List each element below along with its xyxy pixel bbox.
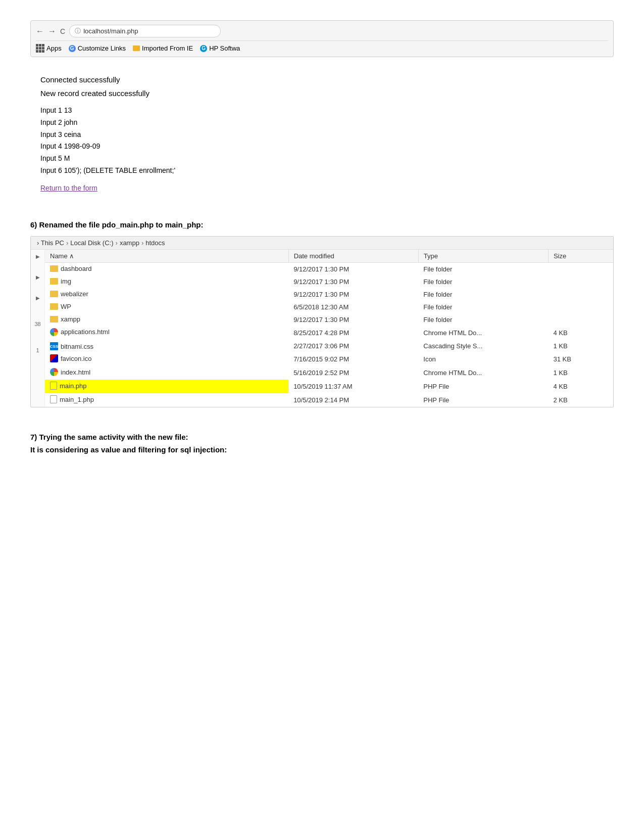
- file-size-7: 31 KB: [548, 352, 613, 366]
- side-number-1: 1: [36, 347, 39, 353]
- apps-label: Apps: [46, 44, 62, 52]
- file-size-9: 4 KB: [548, 380, 613, 393]
- file-size-4: [548, 313, 613, 326]
- file-name-8[interactable]: index.html: [45, 366, 288, 380]
- browser-content: Connected successfully New record create…: [30, 67, 614, 200]
- back-button[interactable]: ←: [36, 27, 44, 36]
- section-7-title: 7) Trying the same activity with the new…: [30, 433, 614, 441]
- file-size-8: 1 KB: [548, 366, 613, 380]
- expand-arrow-3[interactable]: ▶: [36, 295, 40, 301]
- input-line-5: Input 5 M: [40, 153, 604, 165]
- file-name-1[interactable]: img: [45, 275, 288, 288]
- file-date-9: 10/5/2019 11:37 AM: [288, 380, 418, 393]
- file-size-1: [548, 275, 613, 288]
- forward-button[interactable]: →: [48, 27, 56, 36]
- customize-label: Customize Links: [78, 44, 126, 52]
- file-type-1: File folder: [418, 275, 548, 288]
- col-header-name[interactable]: Name ∧: [45, 250, 288, 263]
- expand-arrow-1[interactable]: ▶: [36, 254, 40, 259]
- input-line-4: Input 4 1998-09-09: [40, 141, 604, 153]
- col-header-date[interactable]: Date modified: [288, 250, 418, 263]
- file-icon-2: webalizer: [50, 290, 88, 298]
- file-icon-1: img: [50, 277, 71, 285]
- bookmark-imported[interactable]: Imported From IE: [133, 44, 193, 52]
- expand-arrow-2[interactable]: ▶: [36, 274, 40, 280]
- file-icon-0: dashboard: [50, 265, 91, 272]
- section-6-title: 6) Renamed the file pdo_main.php to main…: [30, 220, 614, 229]
- file-name-6[interactable]: CSS bitnami.css: [45, 340, 288, 353]
- hp-icon: G: [200, 45, 207, 52]
- section-7: 7) Trying the same activity with the new…: [30, 433, 614, 454]
- file-date-7: 7/16/2015 9:02 PM: [288, 352, 418, 366]
- bookmark-apps[interactable]: Apps: [36, 44, 62, 53]
- file-icon-7: favicon.ico: [50, 354, 91, 362]
- file-type-3: File folder: [418, 301, 548, 313]
- file-icon-3: WP: [50, 303, 71, 310]
- address-bar: ← → C ⓘ localhost/main.php: [36, 25, 608, 37]
- file-icon-8: index.html: [50, 368, 90, 376]
- file-name-3[interactable]: WP: [45, 301, 288, 313]
- file-date-6: 2/27/2017 3:06 PM: [288, 340, 418, 353]
- customize-icon: G: [69, 45, 76, 52]
- file-size-5: 4 KB: [548, 326, 613, 340]
- file-icon-4: xampp: [50, 315, 80, 323]
- bookmark-hp[interactable]: G HP Softwa: [200, 44, 240, 52]
- file-type-0: File folder: [418, 262, 548, 275]
- hp-label: HP Softwa: [209, 44, 240, 52]
- breadcrumb-localdisk: Local Disk (C:): [70, 239, 113, 247]
- file-name-4[interactable]: xampp: [45, 313, 288, 326]
- file-date-8: 5/16/2019 2:52 PM: [288, 366, 418, 380]
- file-type-6: Cascading Style S...: [418, 340, 548, 353]
- file-icon-5: applications.html: [50, 328, 110, 336]
- input-line-2: Input 2 john: [40, 117, 604, 129]
- return-link[interactable]: Return to the form: [40, 184, 97, 192]
- file-type-9: PHP File: [418, 380, 548, 393]
- file-name-5[interactable]: applications.html: [45, 326, 288, 340]
- section-6: 6) Renamed the file pdo_main.php to main…: [30, 220, 614, 408]
- file-size-2: [548, 288, 613, 301]
- file-name-7[interactable]: favicon.ico: [45, 352, 288, 366]
- apps-grid-icon: [36, 44, 44, 53]
- connected-message: Connected successfully: [40, 75, 604, 84]
- browser-window: ← → C ⓘ localhost/main.php Apps G Custom…: [30, 20, 614, 57]
- file-date-10: 10/5/2019 2:14 PM: [288, 393, 418, 407]
- file-size-0: [548, 262, 613, 275]
- col-header-type[interactable]: Type: [418, 250, 548, 263]
- col-header-size[interactable]: Size: [548, 250, 613, 263]
- imported-label: Imported From IE: [142, 44, 193, 52]
- file-size-3: [548, 301, 613, 313]
- input-lines: Input 1 13 Input 2 john Input 3 ceina In…: [40, 105, 604, 177]
- file-name-9[interactable]: main.php: [45, 380, 288, 393]
- file-table: Name ∧ Date modified Type Size: [45, 250, 613, 407]
- file-type-7: Icon: [418, 352, 548, 366]
- url-bar[interactable]: ⓘ localhost/main.php: [69, 25, 221, 37]
- file-size-10: 2 KB: [548, 393, 613, 407]
- file-type-2: File folder: [418, 288, 548, 301]
- lock-icon: ⓘ: [75, 27, 81, 35]
- file-date-1: 9/12/2017 1:30 PM: [288, 275, 418, 288]
- file-date-3: 6/5/2018 12:30 AM: [288, 301, 418, 313]
- sep2: ›: [116, 239, 118, 247]
- refresh-button[interactable]: C: [60, 27, 65, 35]
- file-name-0[interactable]: dashboard: [45, 262, 288, 275]
- input-line-6: Input 6 105'); (DELETE TABLE enrollment;…: [40, 165, 604, 177]
- file-date-2: 9/12/2017 1:30 PM: [288, 288, 418, 301]
- file-explorer: › This PC › Local Disk (C:) › xampp › ht…: [30, 236, 614, 408]
- bookmarks-bar: Apps G Customize Links Imported From IE …: [36, 40, 608, 53]
- explorer-body: ▶ ▶ ▶ 38 1 Name ∧ Date modified: [31, 250, 613, 407]
- file-icon-10: main_1.php: [50, 395, 94, 403]
- url-text: localhost/main.php: [83, 27, 138, 35]
- section-7-subtitle: It is considering as value and filtering…: [30, 445, 614, 454]
- file-name-10[interactable]: main_1.php: [45, 393, 288, 407]
- file-type-8: Chrome HTML Do...: [418, 366, 548, 380]
- file-type-4: File folder: [418, 313, 548, 326]
- sep3: ›: [141, 239, 143, 247]
- bookmark-customize[interactable]: G Customize Links: [69, 44, 126, 52]
- breadcrumb-thispc: › This PC: [37, 239, 64, 247]
- input-line-1: Input 1 13: [40, 105, 604, 117]
- explorer-breadcrumb: › This PC › Local Disk (C:) › xampp › ht…: [31, 237, 613, 250]
- explorer-main: Name ∧ Date modified Type Size: [45, 250, 613, 407]
- file-date-4: 9/12/2017 1:30 PM: [288, 313, 418, 326]
- breadcrumb-htdocs: htdocs: [145, 239, 165, 247]
- file-name-2[interactable]: webalizer: [45, 288, 288, 301]
